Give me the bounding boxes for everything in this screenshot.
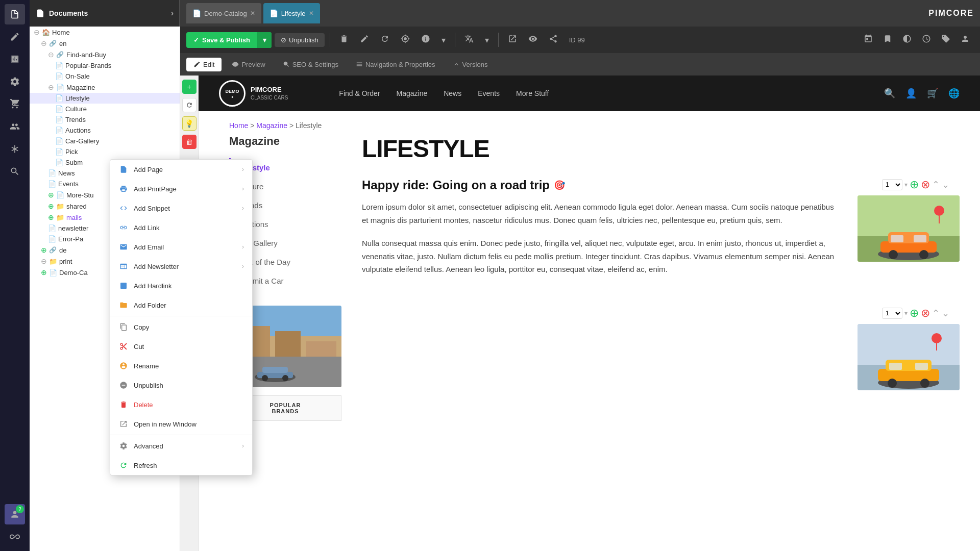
schedule-button[interactable] <box>918 31 935 48</box>
expand-icon[interactable]: ⊕ <box>48 191 54 199</box>
collapse-icon[interactable]: ⊖ <box>41 257 47 265</box>
sidebar-icon-shopping[interactable] <box>5 94 25 114</box>
unpublish-button[interactable]: ⊘ Unpublish <box>275 33 325 47</box>
sidebar-icon-user-profile[interactable]: 2 <box>5 504 25 524</box>
ctx-add-email[interactable]: Add Email › <box>110 237 252 257</box>
ctx-add-newsletter[interactable]: Add Newsletter › <box>110 257 252 276</box>
collapse-icon[interactable]: ⊖ <box>48 83 54 91</box>
expand-icon[interactable]: ⊕ <box>41 246 47 254</box>
delete-button[interactable] <box>335 31 353 48</box>
translate-dropdown[interactable]: ▾ <box>481 32 493 48</box>
ctx-add-snippet[interactable]: Add Snippet › <box>110 198 252 218</box>
ctx-add-printpage[interactable]: Add PrintPage › <box>110 179 252 198</box>
block-down-icon-1[interactable]: ⌄ <box>942 179 949 190</box>
edit-tab-preview[interactable]: Preview <box>225 58 272 71</box>
tree-item-culture[interactable]: 📄 Culture <box>30 104 180 114</box>
save-publish-dropdown[interactable]: ▾ <box>257 32 272 48</box>
tab-lifestyle[interactable]: 📄 Lifestyle ✕ <box>263 3 320 23</box>
tree-item-car-gallery[interactable]: 📄 Car-Gallery <box>30 136 180 146</box>
ctx-delete[interactable]: Delete <box>110 395 252 414</box>
ctx-add-page[interactable]: Add Page › <box>110 160 252 179</box>
tree-item-magazine[interactable]: ⊖ 📄 Magazine <box>30 82 180 93</box>
refresh-control-button[interactable] <box>182 98 197 112</box>
edit-tab-edit[interactable]: Edit <box>186 58 222 71</box>
refresh-button[interactable] <box>376 31 394 48</box>
collapse-icon[interactable]: ⊖ <box>34 28 40 36</box>
block-num-select-2[interactable]: 1 <box>882 308 902 319</box>
tree-item-lifestyle[interactable]: 📄 Lifestyle <box>30 93 180 104</box>
expand-icon[interactable]: ⊕ <box>48 202 54 210</box>
sidebar-icon-pen[interactable] <box>5 27 25 47</box>
add-block-button[interactable]: + <box>182 80 197 94</box>
block-down-icon-2[interactable]: ⌄ <box>942 308 949 319</box>
ctx-cut[interactable]: Cut <box>110 337 252 356</box>
idea-button[interactable]: 💡 <box>182 116 197 131</box>
collapse-icon[interactable]: ⊖ <box>41 39 47 47</box>
add-block-icon-2[interactable]: ⊕ <box>910 307 919 320</box>
tab-lifestyle-close[interactable]: ✕ <box>309 10 314 17</box>
globe-icon[interactable]: 🌐 <box>948 88 960 99</box>
save-publish-main[interactable]: ✓ Save & Publish <box>186 32 257 48</box>
search-icon[interactable]: 🔍 <box>884 88 895 99</box>
block-num-select-1[interactable]: 1 <box>882 179 902 190</box>
remove-block-icon-1[interactable]: ⊗ <box>921 178 930 191</box>
edit-tab-seo[interactable]: SEO & Settings <box>276 58 346 71</box>
block-up-icon-1[interactable]: ⌃ <box>932 179 940 190</box>
tree-item-popular-brands[interactable]: 📄 Popular-Brands <box>30 60 180 71</box>
open-external-button[interactable] <box>504 31 521 48</box>
tree-item-auctions[interactable]: 📄 Auctions <box>30 125 180 136</box>
ctx-add-link[interactable]: Add Link <box>110 218 252 237</box>
contrast-button[interactable] <box>898 31 916 48</box>
ctx-rename[interactable]: Rename <box>110 356 252 375</box>
expand-icon[interactable]: ⊕ <box>41 268 47 277</box>
ctx-copy[interactable]: Copy <box>110 317 252 337</box>
ctx-open-new-window[interactable]: Open in new Window <box>110 414 252 434</box>
tree-item-en[interactable]: ⊖ 🔗 en <box>30 38 180 49</box>
delete-block-button[interactable]: 🗑 <box>182 135 197 149</box>
ctx-add-folder[interactable]: Add Folder <box>110 295 252 315</box>
remove-block-icon-2[interactable]: ⊗ <box>921 307 930 320</box>
ctx-unpublish[interactable]: Unpublish <box>110 375 252 395</box>
collapse-icon[interactable]: ⊖ <box>48 51 54 59</box>
edit-button[interactable] <box>356 31 373 48</box>
ctx-refresh[interactable]: Refresh <box>110 456 252 475</box>
ctx-advanced[interactable]: Advanced › <box>110 436 252 456</box>
tag-button[interactable] <box>937 31 954 48</box>
nav-item-find-order[interactable]: Find & Order <box>339 89 380 97</box>
breadcrumb-home[interactable]: Home <box>229 121 248 130</box>
tree-item-find-and-buy[interactable]: ⊖ 🔗 Find-and-Buy <box>30 49 180 60</box>
nav-item-news[interactable]: News <box>444 89 461 97</box>
target-button[interactable] <box>397 31 414 48</box>
tab-demo-catalog[interactable]: 📄 Demo-Catalog ✕ <box>186 3 261 23</box>
tab-demo-catalog-close[interactable]: ✕ <box>250 10 255 17</box>
expand-icon[interactable]: ⊕ <box>48 213 54 221</box>
sidebar-icon-settings[interactable] <box>5 71 25 92</box>
cart-icon[interactable]: 🛒 <box>927 88 938 99</box>
tree-item-trends[interactable]: 📄 Trends <box>30 114 180 125</box>
nav-item-events[interactable]: Events <box>478 89 500 97</box>
sidebar-icon-users[interactable] <box>5 116 25 137</box>
account-icon[interactable]: 👤 <box>905 88 917 99</box>
sidebar-icon-search[interactable] <box>5 161 25 182</box>
docs-panel-expand[interactable]: › <box>171 9 174 18</box>
ctx-add-hardlink[interactable]: Add Hardlink <box>110 276 252 295</box>
sidebar-icon-asterisk[interactable] <box>5 139 25 159</box>
more-info-button[interactable]: ▾ <box>437 32 450 48</box>
tree-item-pick[interactable]: 📄 Pick <box>30 146 180 157</box>
share-button[interactable] <box>545 31 562 48</box>
nav-item-magazine[interactable]: Magazine <box>397 89 428 97</box>
nav-item-more-stuff[interactable]: More Stuff <box>516 89 549 97</box>
bookmark-button[interactable] <box>879 31 896 48</box>
calendar-button[interactable] <box>860 31 877 48</box>
edit-tab-versions[interactable]: Versions <box>446 58 495 71</box>
preview-button[interactable] <box>524 31 542 48</box>
person-button[interactable] <box>957 31 974 48</box>
edit-tab-nav[interactable]: Navigation & Properties <box>349 58 443 71</box>
info-button[interactable] <box>417 31 434 48</box>
save-publish-button[interactable]: ✓ Save & Publish ▾ <box>186 32 272 48</box>
sidebar-icon-infinity[interactable] <box>5 527 25 547</box>
breadcrumb-magazine[interactable]: Magazine <box>256 121 287 130</box>
translate-button[interactable] <box>460 31 478 48</box>
sidebar-icon-documents[interactable] <box>5 4 25 24</box>
block-up-icon-2[interactable]: ⌃ <box>932 308 940 319</box>
